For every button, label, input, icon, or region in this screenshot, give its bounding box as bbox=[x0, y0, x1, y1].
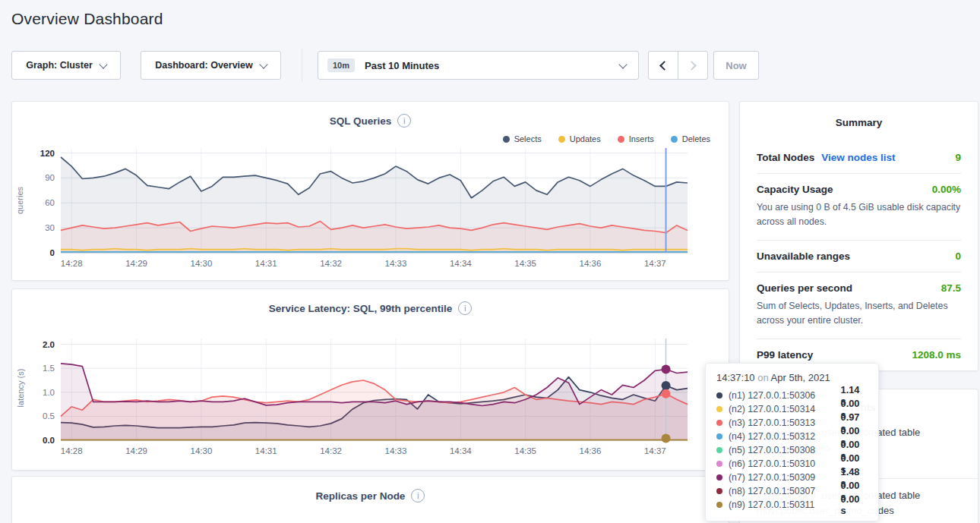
node-dot-icon bbox=[716, 474, 722, 480]
chevron-down-icon bbox=[99, 60, 107, 68]
capacity-usage-label: Capacity Usage bbox=[757, 184, 833, 195]
graph-dropdown-label: Graph: Cluster bbox=[26, 60, 93, 71]
tooltip-node-label: (n3) 127.0.0.1:50313 bbox=[729, 417, 841, 428]
node-dot-icon bbox=[716, 420, 722, 426]
view-nodes-list-link[interactable]: View nodes list bbox=[821, 152, 895, 163]
summary-heading: Summary bbox=[757, 117, 961, 128]
time-range-selector[interactable]: 10m Past 10 Minutes bbox=[318, 51, 639, 80]
tooltip-rows: (n1) 127.0.0.1:503061.14 s(n2) 127.0.0.1… bbox=[716, 389, 868, 512]
deletes-dot-icon bbox=[671, 136, 678, 143]
tooltip-node-label: (n2) 127.0.0.1:50314 bbox=[729, 404, 841, 414]
svg-text:14:35: 14:35 bbox=[514, 446, 536, 455]
queries-per-second-desc: Sum of Selects, Updates, Inserts, and De… bbox=[757, 299, 961, 329]
sql-queries-legend: Selects Updates Inserts Deletes bbox=[380, 134, 710, 143]
controls-divider bbox=[302, 48, 302, 81]
svg-text:1.5: 1.5 bbox=[43, 364, 55, 373]
capacity-usage-value: 0.00% bbox=[932, 184, 961, 195]
summary-card: Summary Total Nodes View nodes list 9 Ca… bbox=[739, 101, 978, 371]
node-dot-icon bbox=[716, 502, 722, 508]
tooltip-node-row: (n9) 127.0.0.1:503110.00 s bbox=[716, 498, 868, 512]
replicas-per-node-title: Replicas per Node i bbox=[11, 489, 729, 503]
chevron-down-icon bbox=[259, 60, 267, 68]
svg-text:14:33: 14:33 bbox=[385, 446, 407, 455]
sql-queries-title: SQL Queries i bbox=[11, 114, 729, 128]
svg-text:60: 60 bbox=[45, 198, 55, 207]
svg-text:14:37: 14:37 bbox=[644, 446, 666, 455]
queries-per-second-value: 87.5 bbox=[941, 282, 961, 294]
chevron-left-icon bbox=[659, 61, 669, 71]
tooltip-node-label: (n6) 127.0.0.1:50310 bbox=[729, 458, 841, 469]
service-latency-title: Service Latency: SQL, 99th percentile i bbox=[11, 301, 729, 315]
svg-text:14:32: 14:32 bbox=[320, 259, 342, 268]
tooltip-node-label: (n8) 127.0.0.1:50307 bbox=[729, 486, 841, 496]
sql-queries-title-text: SQL Queries bbox=[330, 115, 392, 127]
total-nodes-value: 9 bbox=[955, 152, 961, 163]
summary-row-queries-per-second: Queries per second 87.5 Sum of Selects, … bbox=[757, 272, 961, 339]
now-button[interactable]: Now bbox=[713, 51, 759, 80]
svg-text:14:28: 14:28 bbox=[61, 446, 83, 455]
sql-queries-chart[interactable]: 030609012014:2814:2914:3014:3114:3214:33… bbox=[11, 142, 691, 271]
svg-text:14:31: 14:31 bbox=[255, 446, 277, 455]
node-dot-icon bbox=[716, 392, 722, 399]
time-window-arrows bbox=[648, 51, 708, 80]
tooltip-node-label: (n7) 127.0.0.1:50309 bbox=[729, 472, 841, 483]
svg-text:120: 120 bbox=[40, 149, 55, 158]
unavailable-ranges-label: Unavailable ranges bbox=[757, 250, 850, 262]
summary-row-unavailable-ranges: Unavailable ranges 0 bbox=[757, 240, 961, 272]
svg-text:14:34: 14:34 bbox=[450, 446, 472, 455]
page-title: Overview Dashboard bbox=[11, 10, 163, 28]
svg-text:1.0: 1.0 bbox=[43, 388, 55, 397]
total-nodes-label: Total Nodes bbox=[757, 152, 814, 163]
time-range-label: Past 10 Minutes bbox=[365, 60, 439, 71]
svg-text:14:28: 14:28 bbox=[61, 259, 83, 268]
node-dot-icon bbox=[716, 406, 722, 412]
svg-text:14:36: 14:36 bbox=[580, 446, 602, 455]
svg-text:90: 90 bbox=[45, 173, 55, 182]
legend-item-selects[interactable]: Selects bbox=[503, 134, 542, 143]
legend-item-inserts[interactable]: Inserts bbox=[618, 134, 654, 143]
chevron-right-icon bbox=[687, 61, 697, 71]
svg-text:14:29: 14:29 bbox=[125, 259, 147, 268]
tooltip-node-label: (n5) 127.0.0.1:50308 bbox=[729, 445, 841, 455]
legend-item-updates[interactable]: Updates bbox=[558, 134, 601, 143]
service-latency-title-text: Service Latency: SQL, 99th percentile bbox=[269, 303, 453, 314]
svg-text:0: 0 bbox=[50, 248, 55, 257]
info-icon[interactable]: i bbox=[411, 489, 425, 503]
node-dot-icon bbox=[716, 488, 722, 494]
tooltip-timestamp: 14:37:10 on Apr 5th, 2021 bbox=[716, 372, 868, 383]
svg-text:14:35: 14:35 bbox=[514, 259, 536, 268]
node-dot-icon bbox=[716, 433, 722, 440]
svg-text:14:36: 14:36 bbox=[580, 259, 602, 268]
dashboard-dropdown[interactable]: Dashboard: Overview bbox=[141, 51, 281, 80]
p99-latency-value: 1208.0 ms bbox=[912, 349, 961, 361]
overview-dashboard-page: Overview Dashboard Graph: Cluster Dashbo… bbox=[0, 0, 980, 523]
graph-dropdown[interactable]: Graph: Cluster bbox=[11, 51, 121, 80]
svg-text:14:33: 14:33 bbox=[385, 259, 407, 268]
capacity-usage-desc: You are using 0 B of 4.5 GiB usable disk… bbox=[757, 200, 961, 230]
unavailable-ranges-value: 0 bbox=[955, 250, 961, 262]
prev-time-window-button[interactable] bbox=[649, 52, 678, 79]
summary-row-total-nodes: Total Nodes View nodes list 9 bbox=[757, 142, 961, 173]
selects-dot-icon bbox=[503, 136, 510, 143]
info-icon[interactable]: i bbox=[458, 301, 472, 315]
queries-per-second-label: Queries per second bbox=[757, 282, 852, 294]
replicas-per-node-title-text: Replicas per Node bbox=[316, 490, 406, 502]
svg-text:14:31: 14:31 bbox=[255, 259, 277, 268]
time-range-badge: 10m bbox=[327, 58, 355, 72]
legend-item-deletes[interactable]: Deletes bbox=[671, 134, 710, 143]
next-time-window-button[interactable] bbox=[678, 52, 707, 79]
chevron-down-icon bbox=[618, 60, 627, 68]
info-icon[interactable]: i bbox=[397, 114, 411, 128]
node-dot-icon bbox=[716, 447, 722, 453]
tooltip-node-label: (n4) 127.0.0.1:50312 bbox=[729, 431, 841, 442]
svg-text:2.0: 2.0 bbox=[43, 340, 55, 349]
service-latency-chart[interactable]: 0.00.51.01.52.014:2814:2914:3014:3114:32… bbox=[11, 332, 691, 458]
inserts-dot-icon bbox=[618, 136, 624, 143]
svg-text:30: 30 bbox=[45, 223, 55, 232]
dashboard-dropdown-label: Dashboard: Overview bbox=[155, 60, 253, 71]
svg-text:14:32: 14:32 bbox=[320, 446, 342, 455]
tooltip-node-label: (n1) 127.0.0.1:50306 bbox=[729, 390, 841, 401]
summary-row-capacity-usage: Capacity Usage 0.00% You are using 0 B o… bbox=[757, 173, 961, 240]
tooltip-node-label: (n9) 127.0.0.1:50311 bbox=[729, 499, 841, 510]
updates-dot-icon bbox=[558, 136, 565, 143]
